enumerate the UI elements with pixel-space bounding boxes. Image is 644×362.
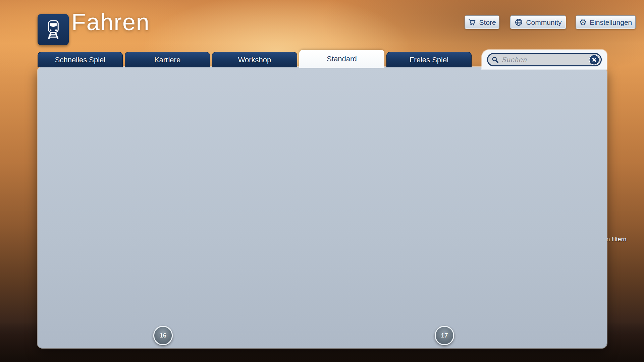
train-icon bbox=[43, 19, 64, 40]
tab-schnelles-spiel[interactable]: Schnelles Spiel bbox=[38, 52, 123, 67]
cart-icon bbox=[468, 18, 476, 26]
community-button[interactable]: Community bbox=[511, 16, 566, 29]
search-container bbox=[482, 50, 607, 69]
clear-search-button[interactable] bbox=[589, 55, 599, 65]
page-title: Fahren bbox=[71, 9, 150, 36]
close-icon bbox=[592, 57, 597, 62]
slider-right-value: 17 bbox=[441, 332, 448, 339]
store-label: Store bbox=[479, 18, 496, 26]
app-logo bbox=[38, 14, 69, 45]
tab-label: Karriere bbox=[154, 56, 180, 64]
search-icon bbox=[491, 56, 499, 63]
tab-label: Schnelles Spiel bbox=[55, 56, 105, 64]
tab-workshop[interactable]: Workshop bbox=[212, 52, 297, 67]
tab-label: Workshop bbox=[238, 56, 271, 64]
train-sim-drive-screen: Fahren Store Community ⚙ Einstellungen S… bbox=[0, 0, 644, 362]
search-input[interactable] bbox=[501, 56, 586, 64]
slider-knob-left[interactable]: 16 bbox=[153, 326, 173, 345]
globe-icon bbox=[515, 18, 523, 26]
search-field[interactable] bbox=[487, 53, 602, 66]
store-button[interactable]: Store bbox=[465, 16, 499, 29]
tab-label: Freies Spiel bbox=[410, 56, 448, 64]
slider-left-value: 16 bbox=[159, 332, 166, 339]
tab-standard[interactable]: Standard bbox=[299, 50, 384, 68]
gear-icon: ⚙ bbox=[579, 18, 587, 26]
main-panel bbox=[38, 67, 607, 348]
tab-freies-spiel[interactable]: Freies Spiel bbox=[386, 52, 472, 67]
slider-knob-right[interactable]: 17 bbox=[435, 326, 454, 345]
settings-button[interactable]: ⚙ Einstellungen bbox=[576, 16, 635, 29]
settings-label: Einstellungen bbox=[590, 18, 632, 26]
tab-karriere[interactable]: Karriere bbox=[125, 52, 210, 67]
tab-label: Standard bbox=[327, 55, 357, 63]
community-label: Community bbox=[526, 18, 561, 26]
